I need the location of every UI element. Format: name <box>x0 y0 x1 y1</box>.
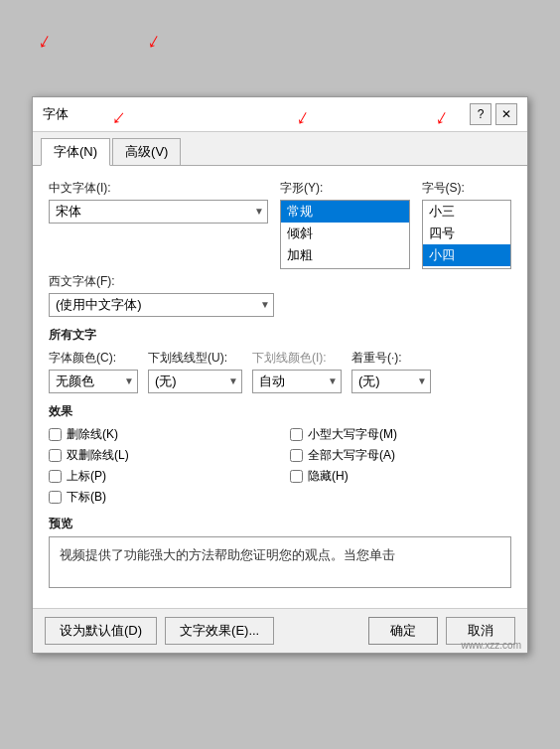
strikethrough-row: 删除线(K) <box>49 426 270 443</box>
chinese-font-select[interactable]: 宋体 <box>49 200 268 224</box>
subscript-checkbox[interactable] <box>49 491 62 504</box>
arrow-advanced-tab: ↓ <box>143 27 166 55</box>
small-caps-checkbox[interactable] <box>290 428 303 441</box>
tab-font[interactable]: 字体(N) <box>41 138 110 166</box>
tab-advanced[interactable]: 高级(V) <box>112 138 181 165</box>
small-caps-label: 小型大写字母(M) <box>308 426 397 443</box>
spacer <box>286 273 511 317</box>
font-style-label: 字形(Y): <box>280 180 410 197</box>
all-text-title: 所有文字 <box>49 327 511 344</box>
help-button[interactable]: ? <box>470 103 491 125</box>
arrow-font-tab: ↓ <box>34 27 57 55</box>
font-size-label: 字号(S): <box>422 180 511 197</box>
underline-style-select[interactable]: (无) <box>148 370 242 393</box>
strikethrough-checkbox[interactable] <box>49 428 62 441</box>
all-caps-row: 全部大写字母(A) <box>290 447 511 464</box>
emphasis-select[interactable]: (无) <box>351 370 431 393</box>
underline-style-label: 下划线线型(U): <box>148 350 242 367</box>
small-caps-row: 小型大写字母(M) <box>290 426 511 443</box>
close-button[interactable]: ✕ <box>495 103 517 125</box>
effects-section: 效果 删除线(K) 小型大写字母(M) 双删除线(L) 全部大写字母(A) <box>49 403 511 506</box>
underline-color-wrapper: 自动 ▼ <box>252 370 342 393</box>
emphasis-group: 着重号(·): (无) ▼ <box>351 350 431 393</box>
underline-color-label: 下划线颜色(I): <box>252 350 342 367</box>
hidden-checkbox[interactable] <box>290 470 303 483</box>
style-bold[interactable]: 加粗 <box>281 244 409 266</box>
western-font-label: 西文字体(F): <box>49 273 274 290</box>
style-italic[interactable]: 倾斜 <box>281 223 409 244</box>
superscript-row: 上标(P) <box>49 468 270 485</box>
font-size-group: 字号(S): 小三 四号 小四 <box>422 180 511 269</box>
font-color-label: 字体颜色(C): <box>49 350 138 367</box>
text-effects-button[interactable]: 文字效果(E)... <box>165 617 274 645</box>
font-color-group: 字体颜色(C): 无颜色 ▼ <box>49 350 138 393</box>
subscript-label: 下标(B) <box>67 489 106 506</box>
tabs-bar: 字体(N) 高级(V) <box>33 132 527 166</box>
formatting-row: 字体颜色(C): 无颜色 ▼ 下划线线型(U): (无) ▼ <box>49 350 511 393</box>
strikethrough-label: 删除线(K) <box>67 426 118 443</box>
western-font-wrapper: (使用中文字体) ▼ <box>49 293 274 317</box>
font-style-listbox[interactable]: 常规 倾斜 加粗 <box>280 200 410 269</box>
emphasis-wrapper: (无) ▼ <box>351 370 431 393</box>
footer: 设为默认值(D) 文字效果(E)... 确定 取消 <box>33 608 527 653</box>
preview-title: 预览 <box>49 516 511 532</box>
western-font-select[interactable]: (使用中文字体) <box>49 293 274 317</box>
font-size-listbox[interactable]: 小三 四号 小四 <box>422 200 511 269</box>
underline-style-group: 下划线线型(U): (无) ▼ <box>148 350 242 393</box>
set-default-button[interactable]: 设为默认值(D) <box>45 617 157 645</box>
font-color-wrapper: 无颜色 ▼ <box>49 370 138 393</box>
font-style-group: 字形(Y): 常规 倾斜 加粗 <box>280 180 410 269</box>
footer-left: 设为默认值(D) 文字效果(E)... <box>45 617 274 645</box>
chinese-font-group: 中文字体(I): 宋体 ▼ <box>49 180 268 224</box>
cancel-button[interactable]: 取消 <box>446 617 515 645</box>
superscript-label: 上标(P) <box>67 468 106 485</box>
ok-button[interactable]: 确定 <box>368 617 438 645</box>
underline-style-wrapper: (无) ▼ <box>148 370 242 393</box>
preview-section: 预览 视频提供了功能强大的方法帮助您证明您的观点。当您单击 <box>49 516 511 588</box>
western-font-group: 西文字体(F): (使用中文字体) ▼ <box>49 273 274 317</box>
dialog-title: 字体 <box>43 105 69 123</box>
all-caps-label: 全部大写字母(A) <box>308 447 395 464</box>
size-xiaosan[interactable]: 小三 <box>423 201 510 223</box>
all-caps-checkbox[interactable] <box>290 449 303 462</box>
emphasis-label: 着重号(·): <box>351 350 431 367</box>
title-buttons: ? ✕ <box>470 103 517 125</box>
dialog-content: 中文字体(I): 宋体 ▼ 字形(Y): 常规 倾斜 加粗 字号 <box>33 166 527 608</box>
subscript-row: 下标(B) <box>49 489 270 506</box>
chinese-font-label: 中文字体(I): <box>49 180 268 197</box>
superscript-checkbox[interactable] <box>49 470 62 483</box>
effects-title: 效果 <box>49 403 511 420</box>
hidden-row: 隐藏(H) <box>290 468 511 485</box>
footer-right: 确定 取消 <box>368 617 515 645</box>
underline-color-select[interactable]: 自动 <box>252 370 342 393</box>
underline-color-group: 下划线颜色(I): 自动 ▼ <box>252 350 342 393</box>
chinese-font-wrapper: 宋体 ▼ <box>49 200 268 224</box>
double-strikethrough-row: 双删除线(L) <box>49 447 270 464</box>
double-strikethrough-label: 双删除线(L) <box>67 447 129 464</box>
title-bar: 字体 ? ✕ <box>33 97 527 132</box>
size-sihao[interactable]: 四号 <box>423 223 510 244</box>
size-xiaosi[interactable]: 小四 <box>423 244 510 266</box>
double-strikethrough-checkbox[interactable] <box>49 449 62 462</box>
font-color-select[interactable]: 无颜色 <box>49 370 138 393</box>
style-regular[interactable]: 常规 <box>281 201 409 223</box>
hidden-label: 隐藏(H) <box>308 468 349 485</box>
preview-box: 视频提供了功能强大的方法帮助您证明您的观点。当您单击 <box>49 536 511 588</box>
effects-grid: 删除线(K) 小型大写字母(M) 双删除线(L) 全部大写字母(A) 上标(P) <box>49 426 511 506</box>
